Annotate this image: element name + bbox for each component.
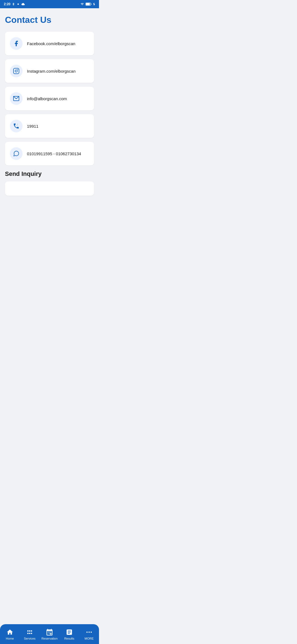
- svg-rect-2: [86, 3, 90, 5]
- instagram-link: Instagram.com/elborgscan: [27, 69, 76, 73]
- facebook-icon-wrap: [10, 37, 23, 50]
- bluetooth-icon: [12, 2, 15, 6]
- phone-icon-wrap: [10, 120, 23, 132]
- facebook-link: Facebook.com/elborgscan: [27, 41, 75, 46]
- whatsapp-numbers: 01019911595 - 01062730134: [27, 151, 81, 156]
- status-left: 2:20: [4, 2, 25, 6]
- whatsapp-icon: [13, 150, 20, 157]
- instagram-card[interactable]: Instagram.com/elborgscan: [5, 59, 94, 83]
- svg-point-6: [18, 69, 18, 70]
- email-card[interactable]: info@alborgscan.com: [5, 87, 94, 110]
- facebook-card[interactable]: Facebook.com/elborgscan: [5, 32, 94, 55]
- email-icon: [13, 95, 20, 102]
- wifi-icon: [80, 2, 84, 6]
- send-inquiry-title: Send Inquiry: [5, 170, 94, 178]
- svg-point-0: [18, 4, 19, 5]
- facebook-icon: [13, 40, 20, 47]
- page-title: Contact Us: [5, 15, 94, 25]
- inquiry-input-preview[interactable]: [5, 181, 94, 196]
- time-display: 2:20: [4, 2, 10, 6]
- status-bar: 2:20: [0, 0, 99, 8]
- svg-rect-3: [91, 4, 92, 5]
- instagram-icon-wrap: [10, 65, 23, 77]
- charging-icon: [93, 2, 95, 6]
- email-icon-wrap: [10, 92, 23, 105]
- status-right: [80, 2, 95, 6]
- email-address: info@alborgscan.com: [27, 96, 67, 101]
- phone-card[interactable]: 19911: [5, 114, 94, 138]
- phone-number: 19911: [27, 124, 38, 129]
- svg-rect-4: [13, 68, 19, 74]
- whatsapp-card[interactable]: 01019911595 - 01062730134: [5, 142, 94, 165]
- whatsapp-icon-wrap: [10, 147, 23, 160]
- phone-icon: [13, 123, 20, 129]
- instagram-icon: [13, 68, 20, 74]
- battery-icon: [86, 2, 92, 6]
- svg-point-5: [15, 70, 17, 72]
- usb-icon: [16, 2, 20, 6]
- main-content: Contact Us Facebook.com/elborgscan Insta…: [0, 8, 99, 229]
- cloud-icon: [21, 2, 25, 6]
